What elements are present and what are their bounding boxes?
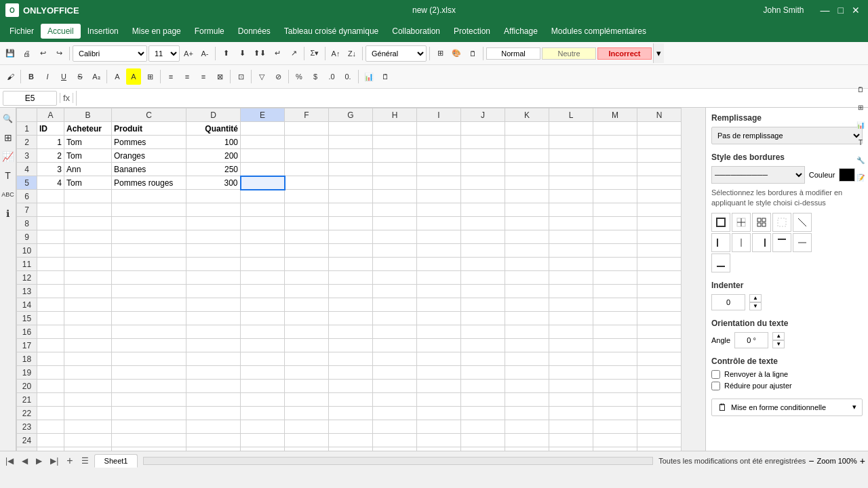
col-header-H[interactable]: H — [373, 108, 417, 122]
cell-F3[interactable] — [285, 149, 329, 163]
font-color-btn[interactable]: A — [110, 68, 125, 85]
indent-up-btn[interactable]: ▲ — [749, 294, 762, 302]
add-sheet-btn[interactable]: + — [64, 455, 75, 467]
right-icon-6[interactable]: 📝 — [853, 169, 868, 186]
styles-dropdown-btn[interactable]: ▾ — [653, 43, 664, 63]
strikethrough-btn[interactable]: S — [73, 68, 87, 85]
font-family-select[interactable]: Calibri — [73, 45, 147, 62]
border-style-select[interactable]: ────────── — [711, 166, 805, 184]
maximize-btn[interactable]: □ — [835, 5, 846, 16]
col-header-M[interactable]: M — [593, 108, 637, 122]
cell-H4[interactable] — [373, 163, 417, 176]
dec-inc-btn[interactable]: .0 — [324, 68, 339, 85]
menu-protection[interactable]: Protection — [447, 24, 497, 39]
bold-btn[interactable]: B — [24, 68, 39, 85]
cell-E5[interactable] — [241, 176, 285, 190]
zoom-out-btn[interactable]: − — [808, 455, 814, 466]
minimize-btn[interactable]: ― — [818, 5, 833, 16]
underline-btn[interactable]: U — [56, 68, 71, 85]
cell-E1[interactable] — [241, 122, 285, 136]
align-top[interactable]: ⬆ — [218, 45, 233, 62]
cell-J2[interactable] — [461, 136, 505, 149]
menu-insertion[interactable]: Insertion — [81, 24, 125, 39]
col-header-K[interactable]: K — [505, 108, 549, 122]
cell-E4[interactable] — [241, 163, 285, 176]
cell-I3[interactable] — [417, 149, 461, 163]
cell-J1[interactable] — [461, 122, 505, 136]
sum-btn[interactable]: Σ▾ — [307, 45, 322, 62]
border-inner-btn[interactable] — [732, 213, 751, 232]
renvoyer-checkbox[interactable] — [711, 370, 720, 379]
style-incorrect-btn[interactable]: Incorrect — [597, 47, 652, 60]
sheet-list-btn[interactable]: ☰ — [79, 456, 92, 466]
cell-C2[interactable]: Pommes — [112, 136, 186, 149]
border-diag-btn[interactable] — [793, 213, 812, 232]
col-header-B[interactable]: B — [64, 108, 112, 122]
format-btn[interactable]: 🗒 — [465, 45, 480, 62]
menu-modules[interactable]: Modules complémentaires — [545, 24, 653, 39]
cell-I4[interactable] — [417, 163, 461, 176]
border-bottom-btn[interactable] — [711, 253, 730, 272]
info-left-btn[interactable]: ℹ — [1, 205, 16, 222]
angle-down-btn[interactable]: ▼ — [772, 340, 785, 348]
cell-B1[interactable]: Acheteur — [64, 122, 112, 136]
cell-D5[interactable]: 300 — [186, 176, 241, 190]
cell-H3[interactable] — [373, 149, 417, 163]
cell-G4[interactable] — [329, 163, 373, 176]
percent-btn[interactable]: % — [292, 68, 307, 85]
cell-D4[interactable]: 250 — [186, 163, 241, 176]
cell-K2[interactable] — [505, 136, 549, 149]
cell-B5[interactable]: Tom — [64, 176, 112, 190]
cell-B2[interactable]: Tom — [64, 136, 112, 149]
sheet-last-btn[interactable]: ▶| — [47, 455, 61, 467]
cell-A5[interactable]: 4 — [37, 176, 64, 190]
indent-down-btn[interactable]: ▼ — [749, 302, 762, 310]
cell-C4[interactable]: Bananes — [112, 163, 186, 176]
cell-M5[interactable] — [593, 176, 637, 190]
cell-M1[interactable] — [593, 122, 637, 136]
chart-left-btn[interactable]: 📈 — [1, 148, 16, 165]
cell-G3[interactable] — [329, 149, 373, 163]
angle-input[interactable] — [734, 332, 768, 348]
text-left-btn[interactable]: T — [1, 167, 16, 184]
font-size-inc[interactable]: A+ — [181, 45, 196, 62]
border-right-btn[interactable] — [752, 233, 771, 252]
cell-M2[interactable] — [593, 136, 637, 149]
cell-format-btn[interactable]: ⊡ — [233, 68, 248, 85]
cell-D2[interactable]: 100 — [186, 136, 241, 149]
menu-mise-en-page[interactable]: Mise en page — [125, 24, 188, 39]
borders-btn[interactable]: ⊞ — [142, 68, 157, 85]
table-btn[interactable]: ⊞ — [433, 45, 448, 62]
zoom-in-btn[interactable]: + — [860, 455, 865, 466]
align-middle[interactable]: ⬇ — [235, 45, 250, 62]
cell-A4[interactable]: 3 — [37, 163, 64, 176]
menu-fichier[interactable]: Fichier — [3, 24, 41, 39]
text-orient[interactable]: ↗ — [286, 45, 301, 62]
cell-K1[interactable] — [505, 122, 549, 136]
cell-J3[interactable] — [461, 149, 505, 163]
align-bottom[interactable]: ⬆⬇ — [251, 45, 269, 62]
filter-clear-btn[interactable]: ⊘ — [271, 68, 285, 85]
align-right-btn[interactable]: ≡ — [196, 68, 211, 85]
format-left-btn[interactable]: ⊞ — [1, 129, 16, 146]
col-header-N[interactable]: N — [637, 108, 682, 122]
cell-F5[interactable] — [285, 176, 329, 190]
cell-H1[interactable] — [373, 122, 417, 136]
right-icon-5[interactable]: 🔧 — [853, 152, 868, 168]
sheet-first-btn[interactable]: |◀ — [3, 455, 16, 467]
col-header-A[interactable]: A — [37, 108, 64, 122]
style-neutre-btn[interactable]: Neutre — [542, 47, 596, 60]
cell-A2[interactable]: 1 — [37, 136, 64, 149]
cell-A1[interactable]: ID — [37, 122, 64, 136]
border-middle-h-btn[interactable] — [793, 233, 812, 252]
cell-C5[interactable]: Pommes rouges — [112, 176, 186, 190]
angle-up-btn[interactable]: ▲ — [772, 332, 785, 340]
align-left-btn[interactable]: ≡ — [163, 68, 178, 85]
menu-formule[interactable]: Formule — [188, 24, 231, 39]
menu-donnees[interactable]: Données — [231, 24, 277, 39]
table3-btn[interactable]: 🗒 — [378, 68, 393, 85]
cell-G5[interactable] — [329, 176, 373, 190]
col-header-C[interactable]: C — [112, 108, 186, 122]
right-icon-4[interactable]: T — [853, 134, 868, 150]
cell-F2[interactable] — [285, 136, 329, 149]
